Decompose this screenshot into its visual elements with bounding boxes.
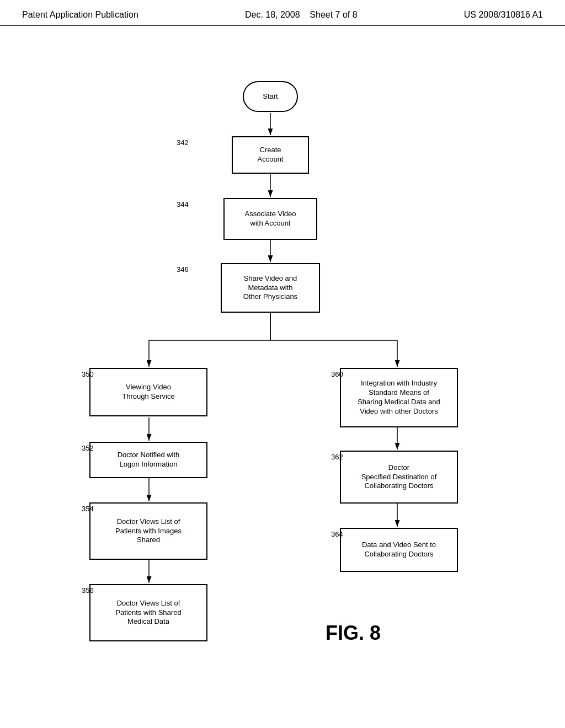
diagram-area: Start 342 Create Account 344 Associate V… xyxy=(0,26,565,721)
share-video-node: Share Video and Metadata with Other Phys… xyxy=(221,263,320,313)
header-center: Dec. 18, 2008 Sheet 7 of 8 xyxy=(245,10,358,20)
create-account-node: Create Account xyxy=(232,136,309,174)
doctor-views-shared-node: Doctor Views List of Patients with Share… xyxy=(89,584,207,641)
fig-label: FIG. 8 xyxy=(326,622,381,645)
label-344: 344 xyxy=(177,200,189,208)
label-342: 342 xyxy=(177,138,189,147)
associate-video-node: Associate Video with Account xyxy=(223,198,317,240)
page-header: Patent Application Publication Dec. 18, … xyxy=(0,0,565,26)
data-sent-node: Data and Video Sent to Collaborating Doc… xyxy=(340,528,458,572)
doctor-specified-node: Doctor Specified Destination of Collabor… xyxy=(340,451,458,504)
doctor-notified-node: Doctor Notified with Logon Information xyxy=(89,442,207,478)
header-right: US 2008/310816 A1 xyxy=(464,10,543,20)
integration-node: Integration with Industry Standard Means… xyxy=(340,368,458,427)
viewing-video-node: Viewing Video Through Service xyxy=(89,368,207,416)
start-node: Start xyxy=(243,81,298,112)
header-left: Patent Application Publication xyxy=(22,10,138,20)
doctor-views-images-node: Doctor Views List of Patients with Image… xyxy=(89,502,207,560)
label-346: 346 xyxy=(177,265,189,274)
